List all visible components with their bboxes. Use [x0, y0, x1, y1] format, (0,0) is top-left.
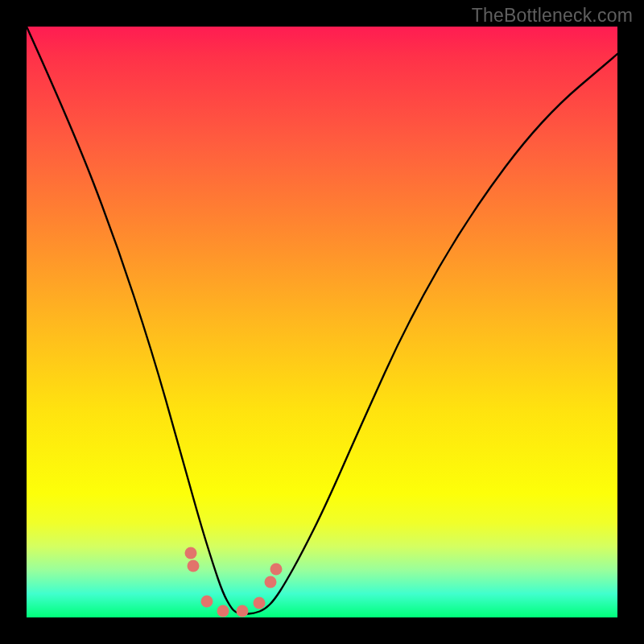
chart-frame: TheBottleneck.com [0, 0, 644, 644]
plot-area [27, 27, 617, 617]
marker-dot [237, 605, 249, 617]
bottleneck-curve [27, 27, 617, 614]
marker-dot [188, 560, 200, 572]
marker-dot [201, 596, 213, 608]
marker-dot [217, 605, 229, 617]
marker-dot [270, 564, 283, 576]
marker-dot [185, 547, 197, 559]
watermark-text: TheBottleneck.com [472, 5, 633, 27]
marker-dot [254, 597, 266, 609]
curve-layer [27, 27, 617, 617]
marker-dot [265, 576, 277, 588]
